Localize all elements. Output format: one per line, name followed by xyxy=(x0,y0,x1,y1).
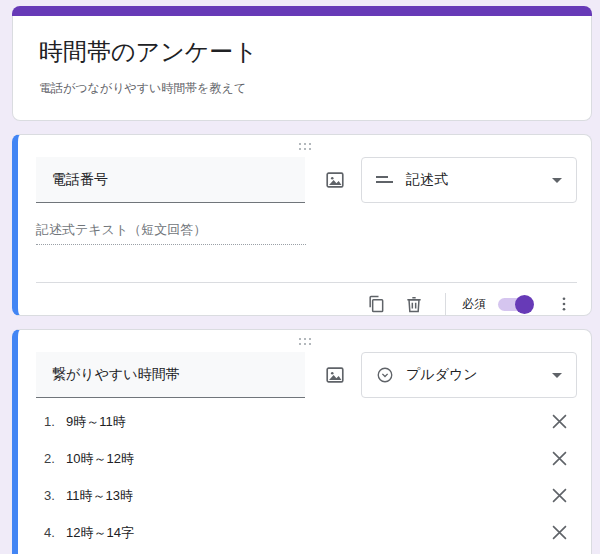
form-header-body: 時間帯のアンケート 電話がつながりやすい時間帯を教えて xyxy=(12,16,592,121)
duplicate-button[interactable] xyxy=(357,285,395,323)
image-icon xyxy=(324,364,346,386)
duplicate-icon xyxy=(366,294,386,314)
remove-option-button[interactable] xyxy=(543,517,575,549)
option-row-4: 4. 12時～14字 xyxy=(18,514,591,551)
option-row-1: 1. 9時～11時 xyxy=(18,403,591,440)
required-label: 必須 xyxy=(462,296,486,313)
drag-handle[interactable] xyxy=(18,330,591,344)
option-number: 4. xyxy=(44,525,66,540)
close-icon xyxy=(552,525,567,540)
question-card-2: 繋がりやすい時間帯 プルダウン xyxy=(12,329,592,554)
remove-option-button[interactable] xyxy=(543,406,575,438)
remove-option-button[interactable] xyxy=(543,443,575,475)
dropdown-circle-chevron-icon xyxy=(376,366,394,384)
drag-handle[interactable] xyxy=(18,135,591,149)
close-icon xyxy=(552,414,567,429)
option-text[interactable]: 10時～12時 xyxy=(66,450,134,468)
question-card-1: 電話番号 記述式 xyxy=(12,134,592,316)
close-icon xyxy=(552,451,567,466)
required-toggle[interactable] xyxy=(498,298,531,311)
caret-down-icon xyxy=(552,178,562,183)
question-title-input[interactable]: 繋がりやすい時間帯 xyxy=(36,352,305,398)
question-toolbar: 必須 xyxy=(18,283,591,325)
option-row-2: 2. 10時～12時 xyxy=(18,440,591,477)
option-text[interactable]: 9時～11時 xyxy=(66,413,126,431)
caret-down-icon xyxy=(552,373,562,378)
option-text[interactable]: 12時～14字 xyxy=(66,524,134,542)
form-description[interactable]: 電話がつながりやすい時間帯を教えて xyxy=(39,80,565,96)
delete-button[interactable] xyxy=(395,285,433,323)
toggle-thumb xyxy=(515,295,534,314)
question-title-input[interactable]: 電話番号 xyxy=(36,157,305,203)
question-type-dropdown[interactable]: プルダウン xyxy=(361,352,577,398)
close-icon xyxy=(552,488,567,503)
image-icon xyxy=(324,169,346,191)
short-answer-icon xyxy=(376,173,394,187)
more-options-button[interactable] xyxy=(545,285,583,323)
theme-color-bar xyxy=(12,6,592,16)
option-number: 1. xyxy=(44,414,66,429)
form-header-card: 時間帯のアンケート 電話がつながりやすい時間帯を教えて xyxy=(12,6,592,121)
option-number: 2. xyxy=(44,451,66,466)
remove-option-button[interactable] xyxy=(543,480,575,512)
trash-icon xyxy=(404,294,424,314)
answer-placeholder: 記述式テキスト（短文回答） xyxy=(36,221,306,245)
question-type-dropdown[interactable]: 記述式 xyxy=(361,157,577,203)
question-2-header-row: 繋がりやすい時間帯 プルダウン xyxy=(18,344,591,398)
drag-dots-icon xyxy=(299,143,311,149)
question-type-label: プルダウン xyxy=(406,366,478,384)
kebab-menu-icon xyxy=(555,295,573,313)
add-image-button[interactable] xyxy=(313,158,357,202)
form-title[interactable]: 時間帯のアンケート xyxy=(39,36,565,68)
option-text[interactable]: 11時～13時 xyxy=(66,487,133,505)
toolbar-separator xyxy=(445,293,446,315)
add-image-button[interactable] xyxy=(313,353,357,397)
form-editor-page: 時間帯のアンケート 電話がつながりやすい時間帯を教えて 電話番号 xyxy=(0,6,600,554)
option-number: 3. xyxy=(44,488,66,503)
question-type-label: 記述式 xyxy=(406,171,448,189)
option-row-3: 3. 11時～13時 xyxy=(18,477,591,514)
drag-dots-icon xyxy=(299,338,311,344)
options-list: 1. 9時～11時 2. 10時～12時 3. 11 xyxy=(18,403,591,554)
question-1-header-row: 電話番号 記述式 xyxy=(18,149,591,203)
